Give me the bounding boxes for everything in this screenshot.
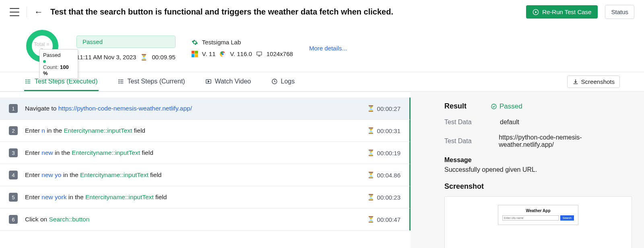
resolution: 1024x768	[266, 50, 293, 57]
tab-logs[interactable]: Logs	[270, 72, 296, 91]
step-duration: ⏳00:00:23	[367, 194, 400, 201]
tabs-bar: Test Steps (Executed) Test Steps (Curren…	[0, 72, 644, 92]
message-value: Successfully opened given URL.	[444, 166, 632, 173]
tab-test-steps-current[interactable]: Test Steps (Current)	[117, 72, 186, 91]
windows-icon	[192, 51, 198, 57]
svg-point-10	[26, 79, 26, 80]
step-duration: ⏳00:00:19	[367, 149, 400, 156]
testdata1-value: default	[500, 119, 519, 126]
mock-search-button: Search	[560, 215, 574, 221]
step-duration: ⏳00:04.86	[367, 171, 400, 179]
hourglass-icon: ⏳	[140, 54, 148, 61]
message-label: Message	[444, 156, 632, 164]
environment-block: Testsigma Lab V. 11 V. 116.0 1024x768	[192, 39, 293, 57]
svg-point-12	[26, 83, 26, 83]
screenshots-button[interactable]: Screenshots	[567, 75, 620, 88]
step-row[interactable]: 2 Enter n in the Entercityname::inputTex…	[0, 120, 411, 142]
svg-point-18	[119, 83, 119, 83]
steps-panel: 1 Navigate to https://python-code-nemesi…	[0, 92, 411, 248]
svg-rect-4	[257, 52, 262, 55]
svg-point-11	[26, 81, 26, 81]
donut-tooltip: Passed Count: 100 %	[39, 49, 78, 79]
more-details-link[interactable]: More details...	[309, 45, 347, 52]
svg-marker-1	[535, 11, 537, 13]
mock-city-input	[502, 215, 559, 221]
svg-point-16	[119, 79, 119, 80]
summary-bar: Total = 7 Passed Count: 100 % Passed 11:…	[0, 24, 644, 72]
step-number: 5	[9, 193, 18, 202]
result-label: Result	[444, 102, 466, 110]
status-badge: Passed	[76, 35, 175, 48]
list-icon	[118, 78, 124, 85]
hourglass-icon: ⏳	[367, 194, 375, 201]
step-text: Enter n in the Entercityname::inputText …	[25, 127, 367, 134]
clock-icon	[271, 78, 278, 85]
browser-version: V. 116.0	[230, 50, 252, 57]
step-text: Enter new yo in the Entercityname::input…	[25, 171, 367, 179]
rerun-label: Re-Run Test Case	[542, 8, 591, 15]
hourglass-icon: ⏳	[367, 127, 375, 134]
status-button[interactable]: Status	[605, 5, 634, 19]
gear-icon	[192, 39, 198, 46]
step-number: 3	[9, 148, 18, 157]
panel-gutter	[411, 92, 432, 248]
menu-icon[interactable]	[10, 8, 19, 16]
os-version: V. 11	[202, 50, 216, 57]
testdata1-label: Test Data	[444, 119, 476, 126]
download-icon	[572, 79, 579, 85]
list-icon	[25, 78, 31, 85]
monitor-icon	[256, 51, 262, 57]
svg-point-17	[119, 81, 119, 81]
back-arrow-icon[interactable]: ←	[34, 7, 43, 17]
hourglass-icon: ⏳	[367, 105, 375, 112]
check-circle-icon	[491, 103, 497, 110]
tab-watch-video[interactable]: Watch Video	[204, 72, 252, 91]
hourglass-icon: ⏳	[367, 216, 375, 223]
testdata2-value: https://python-code-nemesis-weather.netl…	[499, 134, 632, 148]
video-icon	[205, 78, 212, 85]
step-duration: ⏳00:00:31	[367, 127, 400, 134]
step-row[interactable]: 3 Enter new in the Entercityname::inputT…	[0, 142, 411, 164]
result-value: Passed	[491, 102, 522, 110]
header-divider	[27, 7, 27, 17]
step-text: Click on Search::button	[25, 216, 367, 223]
timestamp: 11:11 AM Nov 3, 2023	[76, 54, 136, 60]
result-donut: Total = 7 Passed Count: 100 %	[24, 30, 60, 66]
step-row[interactable]: 6 Click on Search::button ⏳00:00:47	[0, 208, 411, 231]
detail-panel: Result Passed Test Data default Test Dat…	[432, 92, 644, 248]
lab-name: Testsigma Lab	[202, 39, 241, 46]
step-duration: ⏳00:00:27	[367, 105, 400, 112]
chrome-icon	[219, 51, 226, 57]
step-number: 2	[9, 126, 18, 135]
step-row[interactable]: 4 Enter new yo in the Entercityname::inp…	[0, 164, 411, 186]
page-title: Test that the search button is functiona…	[50, 7, 519, 17]
step-row[interactable]: 5 Enter new york in the Entercityname::i…	[0, 186, 411, 208]
content-area: 1 Navigate to https://python-code-nemesi…	[0, 92, 644, 248]
step-duration: ⏳00:00:47	[367, 216, 400, 223]
step-text: Enter new in the Entercityname::inputTex…	[25, 149, 367, 156]
testdata2-label: Test Data	[444, 138, 475, 145]
step-number: 6	[9, 215, 18, 224]
rerun-testcase-button[interactable]: Re-Run Test Case	[526, 5, 598, 19]
step-row[interactable]: 1 Navigate to https://python-code-nemesi…	[0, 98, 411, 120]
step-number: 4	[9, 171, 18, 179]
svg-marker-20	[208, 81, 209, 82]
mock-weather-app: Weather App Search	[498, 205, 578, 225]
step-text: Enter new york in the Entercityname::inp…	[25, 194, 367, 201]
run-duration: 00:09.95	[152, 54, 175, 60]
step-number: 1	[9, 104, 18, 113]
svg-point-22	[491, 104, 496, 109]
screenshot-label: Screenshot	[444, 182, 632, 191]
hourglass-icon: ⏳	[367, 171, 375, 179]
time-block: Passed 11:11 AM Nov 3, 2023 ⏳ 00:09.95	[76, 35, 175, 61]
header-bar: ← Test that the search button is functio…	[0, 0, 644, 24]
screenshot-preview[interactable]: Weather App Search	[444, 196, 632, 248]
play-icon	[533, 9, 539, 15]
step-text: Navigate to https://python-code-nemesis-…	[25, 105, 367, 112]
hourglass-icon: ⏳	[367, 149, 375, 156]
